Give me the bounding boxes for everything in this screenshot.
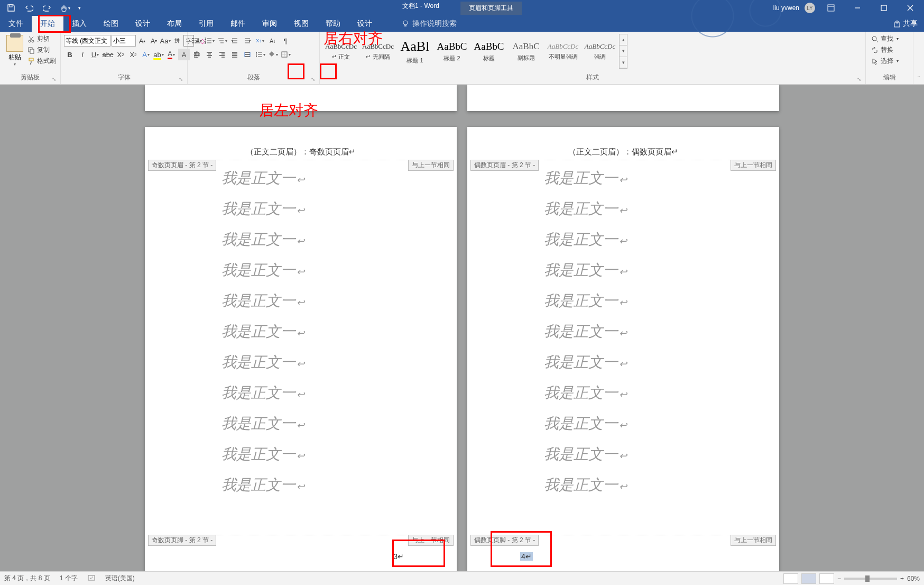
style-item[interactable]: AaBbCcDc强调	[582, 34, 618, 69]
font-size-select[interactable]	[112, 35, 136, 47]
tab-references[interactable]: 引用	[190, 16, 222, 32]
share-button[interactable]: 共享	[887, 17, 924, 31]
even-page-number[interactable]: 4↵	[520, 552, 533, 561]
numbering-button[interactable]: 123▾	[204, 35, 215, 47]
style-item[interactable]: AaBbC标题	[471, 34, 507, 69]
zoom-level[interactable]: 60%	[907, 575, 920, 582]
tab-design[interactable]: 设计	[127, 16, 159, 32]
style-item[interactable]: AaBl标题 1	[397, 34, 433, 69]
close-icon[interactable]	[900, 0, 921, 16]
superscript-button[interactable]: X2	[127, 49, 139, 60]
odd-page-number[interactable]: 3↵	[393, 552, 404, 561]
tell-me-search[interactable]: 操作说明搜索	[402, 19, 457, 29]
justify-button[interactable]	[229, 49, 241, 60]
odd-header-text[interactable]: （正文二页眉）：奇数页页眉↵	[145, 147, 457, 157]
font-launcher-icon[interactable]: ⤡	[179, 76, 183, 82]
increase-indent-button[interactable]	[242, 35, 253, 47]
underline-button[interactable]: U▾	[89, 49, 101, 60]
style-item[interactable]: AaBbCcDc↵ 无间隔	[360, 34, 396, 69]
replace-button[interactable]: 替换	[869, 45, 901, 55]
font-color-button[interactable]: A▾	[165, 49, 177, 60]
view-print-button[interactable]	[801, 573, 816, 584]
multilevel-list-button[interactable]: ▾	[216, 35, 228, 47]
styles-gallery-scroll[interactable]: ▴▾▾	[619, 34, 627, 69]
even-header-text[interactable]: （正文二页眉）：偶数页页眉↵	[467, 147, 779, 157]
ribbon: 粘贴 ▾ 剪切 复制 格式刷 剪贴板⤡ A▴ A▾ Aa▾ 拼 字 A◇	[0, 32, 924, 85]
clipboard-launcher-icon[interactable]: ⤡	[52, 76, 56, 82]
tab-home[interactable]: 开始	[32, 16, 63, 32]
tab-hf-design[interactable]: 设计	[349, 16, 381, 32]
tab-insert[interactable]: 插入	[63, 16, 95, 32]
style-item[interactable]: AaBbCcDc不明显强调	[545, 34, 581, 69]
page-even[interactable]: （正文二页眉）：偶数页页眉↵ 偶数页页眉 - 第 2 节 - 与上一节相同 我是…	[467, 127, 779, 571]
status-page[interactable]: 第 4 页，共 8 页	[4, 574, 50, 583]
distribute-button[interactable]	[242, 49, 253, 60]
scissors-icon	[27, 35, 35, 43]
tab-review[interactable]: 审阅	[254, 16, 285, 32]
format-painter-button[interactable]: 格式刷	[26, 56, 57, 66]
styles-gallery[interactable]: AaBbCcDc↵ 正文AaBbCcDc↵ 无间隔AaBl标题 1AaBbC标题…	[323, 34, 627, 71]
tab-mailings[interactable]: 邮件	[222, 16, 254, 32]
page-prev-even[interactable]	[467, 85, 779, 111]
maximize-icon[interactable]	[873, 0, 894, 16]
strikethrough-button[interactable]: abc	[102, 49, 114, 60]
italic-button[interactable]: I	[77, 49, 88, 60]
ribbon-display-icon[interactable]	[820, 0, 842, 16]
zoom-slider[interactable]	[844, 578, 897, 580]
subscript-button[interactable]: X2	[115, 49, 126, 60]
status-proofing-icon[interactable]	[87, 573, 96, 583]
view-web-button[interactable]	[819, 573, 834, 584]
find-icon	[871, 35, 879, 43]
grow-font-button[interactable]: A▴	[137, 35, 147, 47]
tab-view[interactable]: 视图	[285, 16, 317, 32]
zoom-in-button[interactable]: +	[900, 575, 904, 582]
minimize-icon[interactable]	[847, 0, 868, 16]
line-spacing-button[interactable]: ▾	[254, 49, 266, 60]
zoom-out-button[interactable]: −	[837, 575, 841, 582]
cut-button[interactable]: 剪切	[26, 34, 57, 44]
select-button[interactable]: 选择▾	[869, 56, 901, 66]
copy-button[interactable]: 复制	[26, 45, 57, 55]
redo-icon[interactable]	[39, 1, 55, 15]
save-icon[interactable]	[3, 1, 19, 15]
sort-button[interactable]: A↓	[267, 35, 279, 47]
touch-mode-icon[interactable]: ▾	[57, 1, 73, 15]
tab-help[interactable]: 帮助	[317, 16, 349, 32]
tab-layout[interactable]: 布局	[159, 16, 190, 32]
style-item[interactable]: AaBbC副标题	[508, 34, 544, 69]
qat-customize-icon[interactable]: ▾	[75, 1, 84, 15]
align-center-button[interactable]	[204, 49, 215, 60]
borders-button[interactable]: ▾	[280, 49, 291, 60]
collapse-ribbon-button[interactable]: ˇ	[913, 32, 924, 84]
text-effects-button[interactable]: A▾	[140, 49, 152, 60]
style-item[interactable]: AaBbCcDc↵ 正文	[323, 34, 359, 69]
bullets-button[interactable]: ▾	[191, 35, 202, 47]
find-button[interactable]: 查找▾	[869, 34, 901, 44]
tab-draw[interactable]: 绘图	[95, 16, 127, 32]
status-words[interactable]: 1 个字	[60, 574, 78, 583]
align-left-button[interactable]	[191, 49, 202, 60]
svg-rect-8	[30, 49, 34, 53]
bold-button[interactable]: B	[64, 49, 76, 60]
decrease-indent-button[interactable]	[229, 35, 241, 47]
tab-file[interactable]: 文件	[0, 16, 32, 32]
shading-button[interactable]: ▾	[267, 49, 279, 60]
asian-layout-button[interactable]: X↕▾	[254, 35, 266, 47]
status-language[interactable]: 英语(美国)	[105, 574, 135, 583]
show-marks-button[interactable]: ¶	[280, 35, 291, 47]
shrink-font-button[interactable]: A▾	[149, 35, 159, 47]
user-avatar[interactable]: LY	[805, 3, 815, 13]
phonetic-guide-button[interactable]: 拼	[172, 35, 182, 47]
style-item[interactable]: AaBbC标题 2	[434, 34, 470, 69]
font-name-select[interactable]	[64, 35, 110, 47]
highlight-button[interactable]: ab▾	[153, 49, 164, 60]
page-odd[interactable]: （正文二页眉）：奇数页页眉↵ 奇数页页眉 - 第 2 节 - 与上一节相同 我是…	[145, 127, 457, 571]
paragraph-launcher-icon[interactable]: ⤡	[311, 76, 315, 82]
paste-button[interactable]: 粘贴 ▾	[3, 34, 26, 68]
styles-launcher-icon[interactable]: ⤡	[857, 76, 861, 82]
view-read-button[interactable]	[783, 573, 798, 584]
align-right-button[interactable]	[216, 49, 228, 60]
change-case-button[interactable]: Aa▾	[160, 35, 171, 47]
undo-icon[interactable]	[21, 1, 37, 15]
page-prev-odd[interactable]	[145, 85, 457, 111]
